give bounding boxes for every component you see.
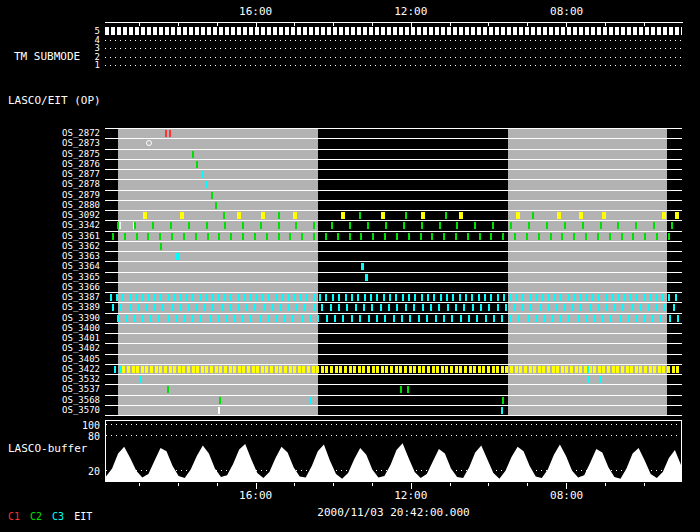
sequence-tick [357,294,359,301]
tm-submode-active-band [105,27,682,35]
tm-level-axis-labels: 54321 [0,23,103,71]
sequence-tick [278,212,280,219]
row-label: OS_3365 [62,272,100,282]
sequence-tick [188,222,190,229]
sequence-tick [338,304,340,311]
sequence-tick [124,233,126,240]
sequence-tick [407,386,409,393]
axis-tick-mark [450,483,451,486]
bottom-time-axis-labels: 16:0012:0008:00 [105,489,682,503]
sequence-tick [598,366,601,373]
sequence-tick [528,222,530,229]
sequence-tick [440,294,442,301]
sequence-tick [211,294,213,301]
timeline-row [105,180,682,190]
sequence-tick [660,315,662,322]
buffer-area-chart [106,421,681,481]
axis-tick-mark [333,483,334,486]
sequence-tick [526,233,528,240]
sequence-tick [612,366,615,373]
sequence-tick [313,294,315,301]
timeline-row [105,334,682,344]
axis-tick-mark [139,483,140,486]
sequence-tick [474,222,476,229]
sequence-tick [579,366,582,373]
axis-tick-mark [488,483,489,486]
row-label: OS_3390 [62,313,100,323]
sequence-tick [405,212,407,219]
sequence-tick [289,233,291,240]
sequence-tick [183,233,185,240]
timeline-row [105,242,682,252]
sequence-tick [164,366,167,373]
sequence-tick [363,304,365,311]
sequence-tick [122,294,124,301]
sequence-tick [271,304,273,311]
sequence-tick [396,233,398,240]
sequence-tick [234,315,236,322]
sequence-tick [152,222,154,229]
sequence-tick [302,366,305,373]
sequence-tick [535,294,537,301]
sequence-tick [192,366,195,373]
sequence-tick [510,315,512,322]
sequence-tick [502,233,504,240]
sequence-tick [492,222,494,229]
sequence-tick [256,366,259,373]
time-axis-label: 12:00 [394,5,427,18]
row-label: OS_3402 [62,343,100,353]
sequence-tick [117,315,119,322]
sequence-tick [518,315,520,322]
sequence-tick [561,366,564,373]
sequence-tick [510,294,512,301]
sequence-tick [418,315,420,322]
sequence-tick [664,304,666,311]
timeline-row [105,293,682,303]
timeline-row [105,160,682,170]
sequence-tick [585,315,587,322]
sequence-row-labels: OS_2872OS_2873OS_2875OS_2876OS_2877OS_28… [0,128,103,416]
sequence-tick [538,366,541,373]
sequence-tick [421,212,425,219]
sequence-tick [476,315,478,322]
sequence-tick [554,294,556,301]
sequence-tick [469,366,472,373]
sequence-tick [431,233,433,240]
sequence-tick [122,366,125,373]
sequence-tick [668,294,670,301]
sequence-tick [276,315,278,322]
sequence-tick [112,304,114,311]
sequence-tick [593,366,596,373]
time-axis-label: 16:00 [239,5,272,18]
sequence-tick [359,315,361,322]
row-label: OS_3366 [62,282,100,292]
sequence-tick [644,315,646,322]
sequence-tick [565,366,568,373]
sequence-tick [380,304,382,311]
sequence-tick [647,304,649,311]
time-axis-label: 12:00 [394,489,427,502]
sequence-tick [321,366,324,373]
timeline-row [105,211,682,221]
legend-item-c3: C3 [52,511,64,522]
sequence-tick [480,304,482,311]
timeline-row [105,201,682,211]
sequence-tick [445,366,448,373]
sequence-tick [465,294,467,301]
sequence-tick [209,315,211,322]
sequence-tick [196,304,198,311]
sequence-tick [278,233,280,240]
sequence-tick [610,315,612,322]
sequence-tick [165,130,167,137]
sequence-tick [635,366,638,373]
sequence-tick [242,366,245,373]
sequence-tick [372,233,374,240]
sequence-tick [192,151,194,158]
sequence-tick [463,304,465,311]
row-label: OS_3092 [62,210,100,220]
sequence-tick [430,304,432,311]
sequence-tick [658,366,661,373]
sequence-tick [505,366,508,373]
sequence-tick [330,366,333,373]
sequence-tick [403,222,405,229]
